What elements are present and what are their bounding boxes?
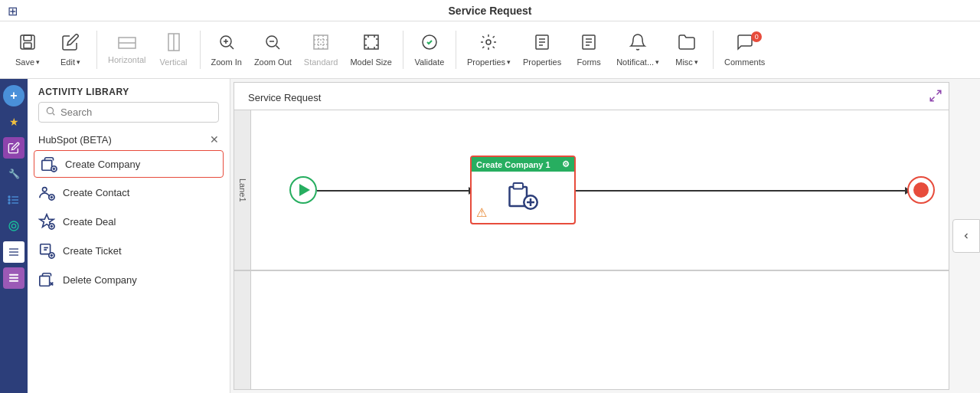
misc-label: Misc ▾ <box>675 57 698 67</box>
lane2 <box>234 270 949 389</box>
form-data-button[interactable]: Properties <box>518 27 566 73</box>
forms-icon <box>580 33 598 54</box>
left-nav: + ★ 🔧 <box>0 79 28 393</box>
pencil-nav-icon[interactable] <box>3 137 24 159</box>
library-section-label: HubSpot (BETA) <box>38 134 112 146</box>
edit-button[interactable]: Edit ▾ <box>51 27 90 73</box>
library-item-create-contact[interactable]: Create Contact <box>28 178 230 207</box>
notifications-label: Notificat... ▾ <box>616 57 659 67</box>
svg-point-27 <box>9 221 18 231</box>
warning-icon: ⚠ <box>476 205 487 220</box>
misc-icon <box>678 33 696 54</box>
horizontal-button[interactable]: Horizontal <box>103 27 151 73</box>
zoom-in-button[interactable]: Zoom In <box>207 27 247 73</box>
library-item-delete-company[interactable]: Delete Company <box>28 265 230 294</box>
lane1-label: Lane1 <box>234 110 251 270</box>
vertical-icon <box>168 33 180 54</box>
create-deal-icon <box>38 213 55 230</box>
bars-nav-icon[interactable] <box>3 267 24 289</box>
search-input[interactable] <box>60 106 212 118</box>
end-node-inner <box>913 182 929 198</box>
svg-rect-37 <box>42 160 52 170</box>
create-ticket-icon <box>38 242 55 259</box>
grid-icon[interactable]: ⊞ <box>8 3 18 18</box>
model-size-button[interactable]: Model Size <box>345 27 396 73</box>
delete-company-icon <box>38 271 55 288</box>
svg-rect-52 <box>40 276 50 286</box>
svg-rect-15 <box>364 35 378 49</box>
library-header: ACTIVITY LIBRARY <box>28 79 230 102</box>
comments-button[interactable]: 0 Comments <box>720 27 769 73</box>
validate-button[interactable]: Validate <box>410 27 449 73</box>
create-contact-icon <box>38 184 55 201</box>
activity-node-header: Create Company 1 ⚙ <box>472 157 574 172</box>
lane1: Lane1 Create Company 1 ⚙ <box>234 110 949 270</box>
library-section: HubSpot (BETA) ✕ <box>28 129 230 150</box>
canvas-service-request-label: Service Request <box>248 92 321 103</box>
properties-button[interactable]: Properties ▾ <box>462 27 515 73</box>
horizontal-label: Horizontal <box>108 55 146 64</box>
activity-node-gear-icon[interactable]: ⚙ <box>562 159 570 169</box>
collapse-sidebar-button[interactable] <box>952 219 980 253</box>
svg-point-26 <box>8 202 10 204</box>
start-node-arrow <box>299 184 310 196</box>
vertical-label: Vertical <box>159 57 187 67</box>
delete-company-label: Delete Company <box>63 274 137 286</box>
activity-library: ACTIVITY LIBRARY HubSpot (BETA) ✕ Create… <box>28 79 230 393</box>
circle-nav-icon[interactable] <box>3 215 24 237</box>
save-button[interactable]: Save ▾ <box>8 27 47 73</box>
properties-icon <box>479 33 498 54</box>
svg-point-24 <box>8 196 10 198</box>
svg-point-41 <box>43 188 47 192</box>
svg-rect-14 <box>314 35 328 49</box>
library-title: ACTIVITY LIBRARY <box>38 87 129 97</box>
activity-node-body-icon <box>508 179 538 215</box>
forms-button[interactable]: Forms <box>569 27 609 73</box>
search-icon <box>45 106 56 119</box>
svg-point-28 <box>11 224 15 228</box>
comments-badge: 0 <box>751 31 762 42</box>
svg-rect-2 <box>24 43 31 48</box>
standard-button[interactable]: Standard <box>299 27 343 73</box>
svg-point-25 <box>8 199 10 201</box>
hubspot-nav-icon[interactable]: 🔧 <box>3 163 24 185</box>
expand-icon[interactable] <box>929 89 942 106</box>
svg-line-12 <box>276 46 279 49</box>
model-size-label: Model Size <box>350 57 391 67</box>
library-item-create-ticket[interactable]: Create Ticket <box>28 236 230 265</box>
create-contact-label: Create Contact <box>63 187 129 198</box>
standard-icon <box>312 33 330 54</box>
start-node[interactable] <box>289 176 317 204</box>
activity-node-body: ⚠ <box>472 172 574 223</box>
activity-node-title: Create Company 1 <box>476 160 550 169</box>
svg-rect-48 <box>41 244 51 254</box>
notifications-icon <box>629 33 647 54</box>
search-container <box>38 102 219 123</box>
zoom-out-button[interactable]: Zoom Out <box>250 27 296 73</box>
activity-node[interactable]: Create Company 1 ⚙ <box>470 156 576 224</box>
form-data-icon <box>533 33 551 54</box>
add-nav-icon[interactable]: + <box>3 85 24 106</box>
svg-rect-1 <box>24 35 31 41</box>
line-activity-to-end <box>576 190 906 192</box>
library-item-create-company[interactable]: Create Company <box>34 150 224 178</box>
star-nav-icon[interactable]: ★ <box>3 111 24 133</box>
library-item-create-deal[interactable]: Create Deal <box>28 207 230 236</box>
svg-rect-34 <box>9 280 18 282</box>
svg-line-36 <box>53 113 55 116</box>
notifications-button[interactable]: Notificat... ▾ <box>612 27 664 73</box>
page-title: Service Request <box>449 5 532 17</box>
end-node[interactable] <box>907 176 935 204</box>
list2-nav-icon[interactable] <box>3 241 24 263</box>
lane2-sidebar <box>234 271 251 389</box>
zoom-in-label: Zoom In <box>211 57 242 67</box>
vertical-button[interactable]: Vertical <box>154 27 194 73</box>
misc-button[interactable]: Misc ▾ <box>667 27 707 73</box>
section-close-button[interactable]: ✕ <box>210 133 219 146</box>
create-company-icon <box>41 156 57 172</box>
forms-label: Forms <box>577 57 601 67</box>
create-deal-label: Create Deal <box>63 216 116 228</box>
list-nav-icon[interactable] <box>3 189 24 211</box>
standard-label: Standard <box>304 57 338 67</box>
save-label: Save ▾ <box>15 57 40 67</box>
